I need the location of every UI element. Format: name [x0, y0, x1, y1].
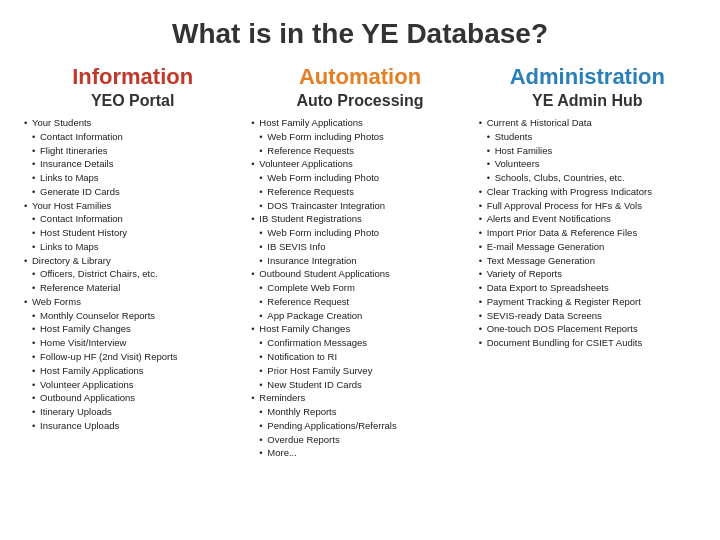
list-item: DOS Traincaster Integration [251, 199, 468, 213]
list-item: More... [251, 446, 468, 460]
list-item: Your Students [24, 116, 241, 130]
list-item: Data Export to Spreadsheets [479, 281, 696, 295]
list-item: New Student ID Cards [251, 378, 468, 392]
column-administration: AdministrationYE Admin HubCurrent & Hist… [479, 64, 696, 530]
page-title: What is in the YE Database? [24, 18, 696, 50]
content-automation: Host Family ApplicationsWeb Form includi… [251, 116, 468, 460]
list-item: Reference Requests [251, 185, 468, 199]
list-item: IB SEVIS Info [251, 240, 468, 254]
header-sub-administration: YE Admin Hub [479, 92, 696, 110]
list-item: Volunteers [479, 157, 696, 171]
list-item: Full Approval Process for HFs & Vols [479, 199, 696, 213]
list-item: Reference Material [24, 281, 241, 295]
list-item: Contact Information [24, 130, 241, 144]
list-item: Current & Historical Data [479, 116, 696, 130]
column-information: InformationYEO PortalYour StudentsContac… [24, 64, 241, 530]
list-item: Home Visit/Interview [24, 336, 241, 350]
list-item: Pending Applications/Referrals [251, 419, 468, 433]
list-item: Host Families [479, 144, 696, 158]
list-item: Outbound Student Applications [251, 267, 468, 281]
list-item: Links to Maps [24, 171, 241, 185]
list-item: Follow-up HF (2nd Visit) Reports [24, 350, 241, 364]
list-item: Prior Host Family Survey [251, 364, 468, 378]
list-item: Notification to RI [251, 350, 468, 364]
header-big-information: Information [24, 64, 241, 90]
list-item: Clear Tracking with Progress Indicators [479, 185, 696, 199]
list-item: Host Family Changes [251, 322, 468, 336]
list-item: Payment Tracking & Register Report [479, 295, 696, 309]
list-item: Monthly Reports [251, 405, 468, 419]
list-item: Links to Maps [24, 240, 241, 254]
list-item: Insurance Uploads [24, 419, 241, 433]
list-item: Confirmation Messages [251, 336, 468, 350]
list-item: Reference Request [251, 295, 468, 309]
list-item: Students [479, 130, 696, 144]
header-sub-automation: Auto Processing [251, 92, 468, 110]
list-item: Itinerary Uploads [24, 405, 241, 419]
list-item: Reference Requests [251, 144, 468, 158]
list-item: App Package Creation [251, 309, 468, 323]
list-item: Insurance Details [24, 157, 241, 171]
content-information: Your StudentsContact InformationFlight I… [24, 116, 241, 433]
list-item: Host Family Applications [251, 116, 468, 130]
list-item: Volunteer Applications [24, 378, 241, 392]
list-item: Outbound Applications [24, 391, 241, 405]
content-administration: Current & Historical DataStudentsHost Fa… [479, 116, 696, 350]
header-big-automation: Automation [251, 64, 468, 90]
list-item: Variety of Reports [479, 267, 696, 281]
list-item: Web Forms [24, 295, 241, 309]
page: What is in the YE Database? InformationY… [0, 0, 720, 540]
list-item: IB Student Registrations [251, 212, 468, 226]
list-item: Alerts and Event Notifications [479, 212, 696, 226]
list-item: Text Message Generation [479, 254, 696, 268]
list-item: Host Family Changes [24, 322, 241, 336]
list-item: Reminders [251, 391, 468, 405]
list-item: Schools, Clubs, Countries, etc. [479, 171, 696, 185]
list-item: Overdue Reports [251, 433, 468, 447]
list-item: Web Form including Photos [251, 130, 468, 144]
list-item: Monthly Counselor Reports [24, 309, 241, 323]
list-item: SEVIS-ready Data Screens [479, 309, 696, 323]
list-item: Host Family Applications [24, 364, 241, 378]
list-item: Generate ID Cards [24, 185, 241, 199]
list-item: Web Form including Photo [251, 171, 468, 185]
list-item: Document Bundling for CSIET Audits [479, 336, 696, 350]
list-item: Directory & Library [24, 254, 241, 268]
list-item: Complete Web Form [251, 281, 468, 295]
list-item: Web Form including Photo [251, 226, 468, 240]
columns-container: InformationYEO PortalYour StudentsContac… [24, 64, 696, 530]
column-automation: AutomationAuto ProcessingHost Family App… [251, 64, 468, 530]
header-sub-information: YEO Portal [24, 92, 241, 110]
list-item: E-mail Message Generation [479, 240, 696, 254]
list-item: Flight Itineraries [24, 144, 241, 158]
list-item: Officers, District Chairs, etc. [24, 267, 241, 281]
header-big-administration: Administration [479, 64, 696, 90]
list-item: Contact Information [24, 212, 241, 226]
list-item: Volunteer Applications [251, 157, 468, 171]
list-item: Insurance Integration [251, 254, 468, 268]
list-item: Host Student History [24, 226, 241, 240]
list-item: Your Host Families [24, 199, 241, 213]
list-item: One-touch DOS Placement Reports [479, 322, 696, 336]
list-item: Import Prior Data & Reference Files [479, 226, 696, 240]
